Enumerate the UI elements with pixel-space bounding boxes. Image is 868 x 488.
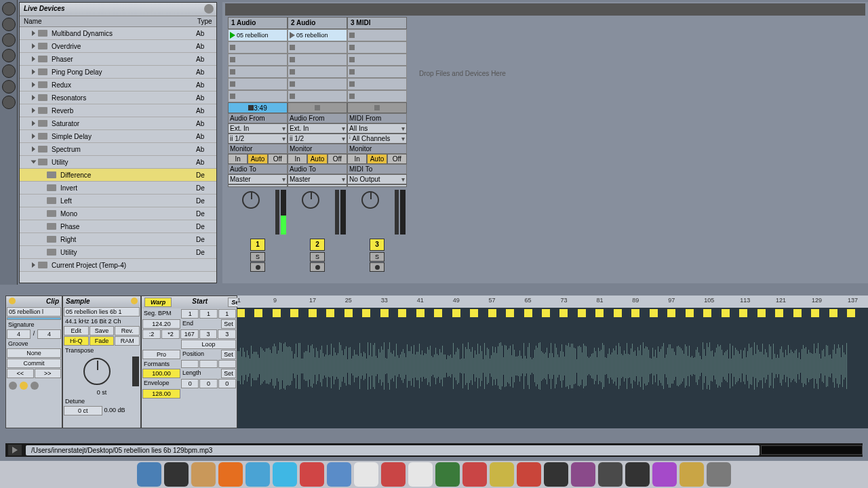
- track-activator[interactable]: 1: [250, 239, 265, 251]
- track-activator[interactable]: 3: [370, 239, 384, 251]
- stop-icon[interactable]: [230, 45, 235, 50]
- sig-numerator[interactable]: 4: [7, 329, 31, 339]
- pan-knob[interactable]: [242, 191, 260, 209]
- clip-slot[interactable]: [228, 54, 288, 66]
- play-icon[interactable]: [290, 32, 295, 39]
- save-button[interactable]: Save: [90, 326, 115, 336]
- clip-slot[interactable]: [288, 78, 347, 90]
- io-to-select[interactable]: Master▾: [288, 174, 347, 184]
- sample-name[interactable]: 05 rebellion lies 6b 1: [64, 307, 140, 317]
- dock-app-icon[interactable]: [652, 462, 677, 487]
- dock-app-icon[interactable]: [245, 462, 270, 487]
- sample-view-toggle[interactable]: [20, 382, 28, 390]
- io-channel-select[interactable]: ii 1/2▾: [288, 134, 347, 144]
- len-16th[interactable]: 0: [218, 379, 236, 388]
- clip-slot[interactable]: [288, 66, 347, 78]
- preview-play-button[interactable]: [8, 445, 22, 455]
- warp-button[interactable]: Warp: [144, 298, 172, 307]
- dock-app-icon[interactable]: [408, 462, 433, 487]
- io-sub-select[interactable]: [288, 184, 347, 187]
- warp-marker[interactable]: [470, 309, 478, 317]
- io-channel-select[interactable]: ⁱ All Channels▾: [347, 134, 407, 144]
- monitor-button[interactable]: Auto: [248, 154, 267, 164]
- clip-slot[interactable]: [347, 54, 407, 66]
- warp-marker[interactable]: [650, 309, 658, 317]
- warp-marker[interactable]: [524, 309, 532, 317]
- io-to-select[interactable]: No Output▾: [347, 174, 407, 184]
- expand-icon[interactable]: [32, 262, 35, 268]
- warp-markers[interactable]: [237, 308, 868, 319]
- warp-mode-select[interactable]: Pro: [142, 350, 180, 359]
- monitor-button[interactable]: Off: [328, 154, 347, 164]
- tool-btn[interactable]: [2, 64, 16, 78]
- dock-app-icon[interactable]: [164, 462, 189, 487]
- start-16th[interactable]: 1: [218, 309, 236, 319]
- clip-slot[interactable]: [347, 29, 407, 41]
- end-bar[interactable]: 167: [180, 329, 199, 339]
- warp-marker[interactable]: [595, 309, 604, 317]
- warp-marker[interactable]: [775, 309, 783, 317]
- dock-app-icon[interactable]: [137, 462, 161, 487]
- start-beat[interactable]: 1: [199, 309, 217, 319]
- formants-value[interactable]: 100.00: [142, 369, 180, 378]
- dock-app-icon[interactable]: [679, 462, 704, 487]
- solo-button[interactable]: S: [250, 252, 265, 262]
- transpose-knob[interactable]: [83, 358, 111, 385]
- device-row[interactable]: ReverbAb: [20, 104, 216, 117]
- stop-icon[interactable]: [230, 94, 235, 99]
- pan-knob[interactable]: [361, 191, 379, 209]
- warp-marker[interactable]: [559, 309, 568, 317]
- warp-marker[interactable]: [290, 309, 298, 317]
- ram-button[interactable]: RAM: [115, 336, 140, 346]
- warp-marker[interactable]: [362, 309, 370, 317]
- device-row[interactable]: ResonatorsAb: [20, 92, 216, 104]
- dock-app-icon[interactable]: [191, 462, 216, 487]
- tool-btn[interactable]: [2, 96, 16, 109]
- clip-slot[interactable]: [347, 78, 407, 90]
- track-title[interactable]: 2 Audio: [288, 17, 347, 29]
- io-from-select[interactable]: Ext. In▾: [288, 123, 347, 134]
- warp-marker[interactable]: [757, 309, 766, 317]
- arm-button[interactable]: [370, 262, 384, 272]
- stop-icon[interactable]: [349, 69, 355, 75]
- warp-marker[interactable]: [829, 309, 837, 317]
- warp-marker[interactable]: [452, 309, 460, 317]
- tool-btn[interactable]: [2, 18, 16, 31]
- groove-select[interactable]: None: [7, 348, 61, 358]
- clip-slot[interactable]: [228, 66, 288, 78]
- warp-marker[interactable]: [326, 309, 334, 317]
- monitor-button[interactable]: In: [288, 154, 307, 164]
- warp-marker[interactable]: [416, 309, 425, 317]
- monitor-button[interactable]: In: [228, 154, 248, 164]
- expand-icon[interactable]: [32, 82, 35, 87]
- warp-marker[interactable]: [739, 309, 747, 317]
- device-row[interactable]: UtilityDe: [20, 246, 216, 259]
- warp-marker[interactable]: [344, 309, 353, 317]
- tool-btn[interactable]: [2, 33, 16, 47]
- stop-icon[interactable]: [248, 105, 254, 110]
- expand-icon[interactable]: [32, 108, 35, 113]
- arm-button[interactable]: [250, 262, 265, 272]
- commit-button[interactable]: Commit: [7, 359, 61, 368]
- device-row[interactable]: Simple DelayAb: [20, 130, 216, 143]
- volume-fader[interactable]: [395, 190, 399, 235]
- segbpm-value[interactable]: 124.20: [142, 319, 180, 329]
- warp-marker[interactable]: [578, 309, 586, 317]
- clip-slot[interactable]: [347, 66, 407, 78]
- volume-fader[interactable]: [275, 190, 279, 235]
- beat-ruler[interactable]: 191725334149576573818997105113121129137: [237, 296, 868, 308]
- warp-marker[interactable]: [667, 309, 675, 317]
- end-16th[interactable]: 3: [218, 329, 236, 339]
- stop-icon[interactable]: [290, 45, 295, 50]
- dock-app-icon[interactable]: [598, 462, 623, 487]
- tool-btn[interactable]: [2, 80, 16, 94]
- dock-app-icon[interactable]: [218, 462, 243, 487]
- device-row[interactable]: ReduxAb: [20, 79, 216, 92]
- expand-icon[interactable]: [32, 56, 35, 62]
- clip-status[interactable]: 3:49: [228, 102, 288, 113]
- play-icon[interactable]: [230, 32, 235, 39]
- stop-icon[interactable]: [290, 69, 295, 75]
- io-from-select[interactable]: Ext. In▾: [228, 123, 288, 134]
- warp-marker[interactable]: [237, 309, 245, 317]
- loop-toggle[interactable]: Loop: [181, 340, 236, 349]
